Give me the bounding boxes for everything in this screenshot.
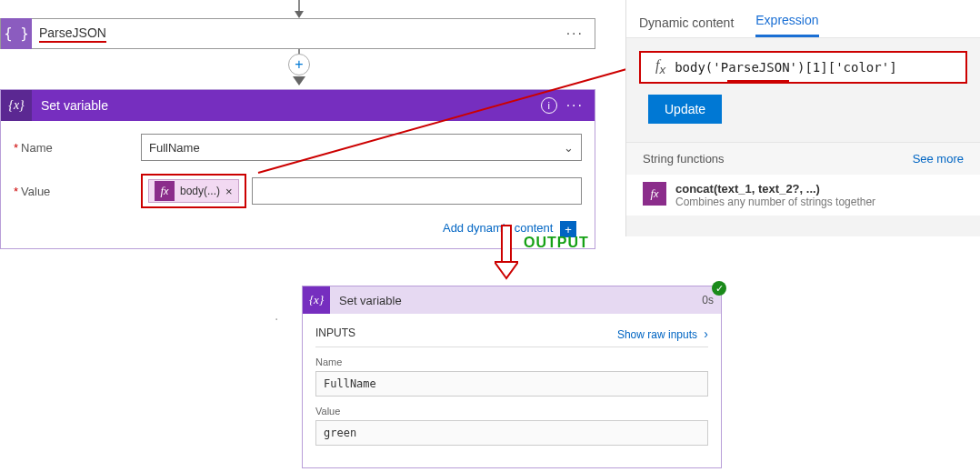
result-duration: 0s: [702, 294, 714, 306]
more-menu-icon[interactable]: ···: [566, 97, 584, 114]
output-name-value: FullName: [315, 371, 708, 397]
value-input[interactable]: [252, 177, 582, 205]
name-dropdown-value: FullName: [149, 141, 200, 155]
value-field-label: *Value: [14, 185, 141, 198]
stray-mark: ·: [275, 311, 278, 327]
parse-json-card[interactable]: { } ParseJSON ···: [0, 18, 595, 49]
output-value-label: Value: [315, 406, 708, 417]
set-variable-title: Set variable: [41, 98, 108, 113]
result-header[interactable]: {x} Set variable 0s: [303, 286, 721, 314]
arrow-down-icon: [293, 76, 305, 85]
fx-icon: fx: [655, 57, 665, 76]
tab-dynamic-content[interactable]: Dynamic content: [639, 15, 734, 37]
fx-icon: fx: [643, 182, 666, 206]
function-name: concat(text_1, text_2?, ...): [675, 182, 875, 196]
variable-icon: {x}: [303, 286, 330, 314]
svg-marker-5: [495, 262, 518, 278]
update-button[interactable]: Update: [648, 95, 722, 124]
function-category-label: String functions: [643, 152, 725, 166]
svg-rect-4: [502, 226, 511, 262]
output-arrow-icon: [495, 224, 518, 280]
expression-panel: Dynamic content Expression fx body('Pars…: [625, 0, 980, 236]
function-description: Combines any number of strings together: [675, 196, 875, 208]
expression-token-highlight: fx body(...) ×: [141, 174, 246, 208]
expression-token[interactable]: fx body(...) ×: [148, 179, 239, 203]
output-name-label: Name: [315, 357, 708, 367]
variable-icon: {x}: [1, 90, 32, 121]
output-value-value: green: [315, 420, 708, 446]
name-field-label: *Name: [14, 141, 141, 155]
svg-marker-1: [295, 11, 304, 18]
fx-icon: fx: [155, 181, 175, 201]
more-menu-icon[interactable]: ···: [566, 25, 584, 42]
expression-input-highlight: fx body('ParseJSON')[1]['color']: [639, 51, 967, 84]
code-braces-icon: { }: [1, 18, 32, 49]
tab-expression[interactable]: Expression: [755, 13, 818, 37]
chevron-right-icon: ›: [704, 326, 708, 341]
function-concat[interactable]: fx concat(text_1, text_2?, ...) Combines…: [626, 175, 980, 216]
name-dropdown[interactable]: FullName ⌄: [141, 134, 582, 161]
result-title: Set variable: [339, 294, 402, 307]
underline-annotation: [727, 80, 789, 82]
output-label: OUTPUT: [524, 235, 589, 251]
add-step-button[interactable]: +: [288, 54, 310, 75]
expression-input[interactable]: body('ParseJSON')[1]['color']: [675, 60, 896, 75]
parse-json-title: ParseJSON: [39, 25, 106, 43]
see-more-link[interactable]: See more: [913, 152, 964, 166]
inputs-section-label: INPUTS: [315, 326, 355, 341]
chevron-down-icon: ⌄: [564, 141, 574, 155]
set-variable-header[interactable]: {x} Set variable i ···: [1, 90, 595, 121]
success-check-icon: ✓: [712, 281, 726, 296]
show-raw-inputs-link[interactable]: Show raw inputs: [617, 328, 697, 341]
info-icon[interactable]: i: [541, 97, 557, 114]
expression-token-text: body(...): [180, 185, 220, 197]
remove-token-icon[interactable]: ×: [225, 185, 233, 198]
result-card: ✓ {x} Set variable 0s INPUTS Show raw in…: [302, 286, 722, 468]
